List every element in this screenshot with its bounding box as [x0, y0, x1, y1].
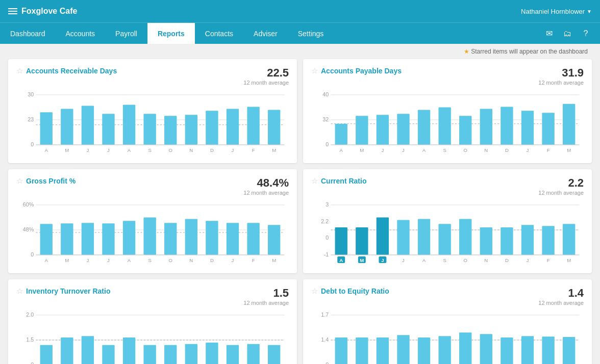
bar-11[interactable]	[268, 225, 280, 255]
bar-0[interactable]	[40, 345, 53, 364]
bar-11[interactable]	[268, 345, 280, 364]
bar-9[interactable]	[521, 111, 534, 145]
bar-5[interactable]	[143, 114, 156, 145]
month-label-5: S	[148, 148, 151, 153]
bar-2[interactable]	[82, 106, 94, 145]
bar-9[interactable]	[227, 223, 239, 255]
bar-1[interactable]	[61, 223, 73, 255]
bar-1[interactable]	[356, 337, 368, 364]
svg-text:40: 40	[322, 92, 329, 97]
bar-2[interactable]	[82, 336, 94, 364]
bar-11[interactable]	[563, 337, 575, 364]
nav-accounts[interactable]: Accounts	[56, 23, 106, 44]
svg-text:1.7: 1.7	[321, 312, 329, 318]
bar-8[interactable]	[206, 221, 218, 255]
bar-9[interactable]	[227, 109, 239, 145]
bar-4[interactable]	[418, 110, 430, 145]
bar-10[interactable]	[542, 113, 554, 145]
bar-10[interactable]	[247, 107, 259, 145]
nav-settings[interactable]: Settings	[288, 23, 334, 44]
bar-6[interactable]	[459, 219, 471, 255]
bar-0[interactable]	[335, 227, 347, 255]
bar-4[interactable]	[123, 337, 135, 364]
star-toggle-icon[interactable]: ☆	[16, 176, 23, 186]
bar-1[interactable]	[356, 116, 368, 145]
bar-4[interactable]	[123, 105, 135, 145]
bar-7[interactable]	[480, 109, 492, 145]
bar-6[interactable]	[459, 116, 471, 145]
card-value-section: 1.4 12 month average	[538, 287, 584, 306]
star-toggle-icon[interactable]: ☆	[311, 287, 318, 296]
bar-7[interactable]	[185, 344, 197, 364]
bar-10[interactable]	[542, 226, 554, 255]
bar-1[interactable]	[61, 109, 73, 145]
chart-svg-3: 32.20-1AMJJASONDJFM	[311, 200, 584, 266]
svg-text:1.5: 1.5	[26, 337, 34, 343]
bar-8[interactable]	[206, 343, 218, 364]
bar-3[interactable]	[397, 114, 409, 145]
nav-payroll[interactable]: Payroll	[105, 23, 147, 44]
bar-3[interactable]	[397, 220, 409, 255]
bar-2[interactable]	[377, 337, 389, 364]
hamburger-menu[interactable]	[8, 8, 17, 14]
star-toggle-icon[interactable]: ☆	[16, 66, 23, 75]
bar-1[interactable]	[356, 227, 368, 255]
bar-7[interactable]	[480, 334, 492, 364]
nav-dashboard[interactable]: Dashboard	[0, 23, 56, 44]
bar-11[interactable]	[268, 110, 280, 145]
star-toggle-icon[interactable]: ☆	[16, 287, 23, 296]
bar-9[interactable]	[521, 225, 534, 255]
bar-5[interactable]	[143, 345, 156, 364]
bar-1[interactable]	[61, 337, 73, 364]
bar-4[interactable]	[418, 337, 430, 364]
bar-2[interactable]	[377, 218, 389, 255]
bar-8[interactable]	[501, 227, 513, 255]
bar-6[interactable]	[459, 332, 471, 364]
app-logo: Foxglove Cafe	[8, 7, 521, 16]
star-toggle-icon[interactable]: ☆	[311, 176, 318, 186]
svg-text:3: 3	[326, 202, 329, 207]
bar-8[interactable]	[501, 337, 513, 364]
bar-9[interactable]	[227, 345, 239, 364]
bar-7[interactable]	[185, 219, 197, 255]
bar-3[interactable]	[102, 345, 114, 364]
bar-6[interactable]	[164, 116, 177, 145]
bar-11[interactable]	[563, 104, 575, 145]
bar-7[interactable]	[185, 115, 197, 145]
bar-0[interactable]	[335, 337, 347, 364]
bar-5[interactable]	[438, 224, 451, 255]
bar-6[interactable]	[164, 345, 177, 364]
bar-3[interactable]	[102, 114, 114, 145]
folder-icon[interactable]: 🗂	[559, 25, 576, 42]
bar-4[interactable]	[418, 219, 430, 255]
bar-9[interactable]	[521, 336, 534, 364]
bar-3[interactable]	[397, 335, 409, 364]
bar-0[interactable]	[335, 124, 347, 145]
nav-reports[interactable]: Reports	[147, 23, 195, 44]
chart-svg-0: 30230AMJJASONDJFM	[16, 90, 289, 156]
bar-8[interactable]	[501, 107, 513, 145]
svg-text:0: 0	[31, 362, 34, 364]
bar-2[interactable]	[82, 223, 94, 255]
bar-5[interactable]	[438, 336, 451, 364]
bar-10[interactable]	[247, 223, 259, 255]
bar-10[interactable]	[247, 344, 259, 364]
bar-8[interactable]	[206, 111, 218, 145]
help-icon[interactable]: ?	[578, 25, 594, 42]
bar-6[interactable]	[164, 223, 177, 255]
bar-5[interactable]	[143, 218, 156, 255]
nav-contacts[interactable]: Contacts	[195, 23, 243, 44]
bar-4[interactable]	[123, 221, 135, 255]
bar-3[interactable]	[102, 223, 114, 255]
bar-5[interactable]	[438, 108, 451, 145]
bar-7[interactable]	[480, 227, 492, 255]
bar-0[interactable]	[40, 112, 53, 145]
nav-adviser[interactable]: Adviser	[243, 23, 288, 44]
bar-0[interactable]	[40, 224, 53, 255]
bar-11[interactable]	[563, 224, 575, 255]
email-icon[interactable]: ✉	[541, 25, 557, 42]
star-toggle-icon[interactable]: ☆	[311, 66, 318, 75]
user-menu[interactable]: Nathaniel Hornblower ▼	[521, 8, 592, 15]
bar-10[interactable]	[542, 336, 554, 364]
bar-2[interactable]	[377, 115, 389, 145]
